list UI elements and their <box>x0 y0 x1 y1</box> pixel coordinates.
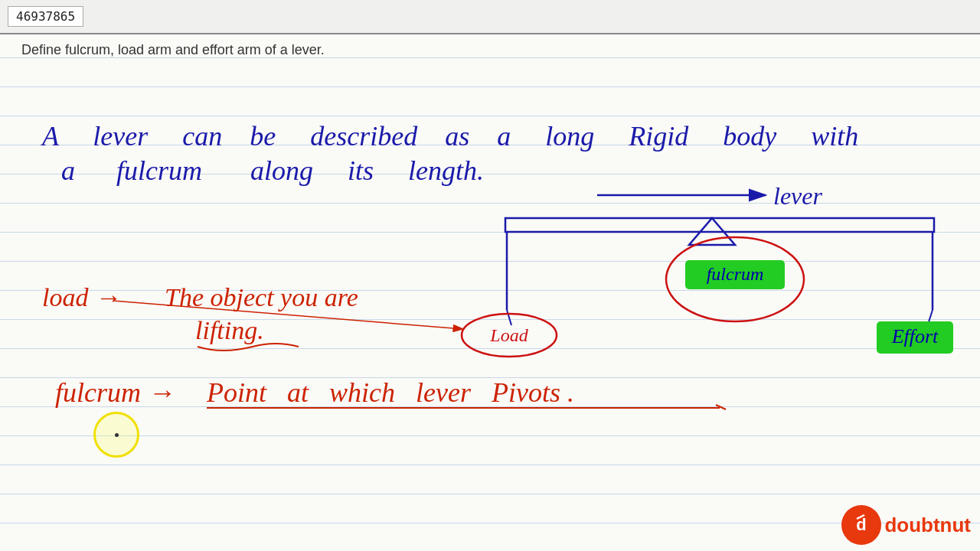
svg-text:Point   at   which   lever   P: Point at which lever Pivots . <box>206 377 574 408</box>
svg-rect-4 <box>505 218 934 232</box>
svg-text:fulcrum →: fulcrum → <box>55 377 175 408</box>
cursor-dot <box>115 433 119 437</box>
svg-text:fulcrum: fulcrum <box>707 264 764 284</box>
svg-text:lever: lever <box>773 182 823 210</box>
svg-line-6 <box>507 310 511 325</box>
doubtnut-text-label: doubtnut <box>884 514 971 537</box>
top-bar: 46937865 <box>0 0 980 34</box>
doubtnut-logo: d doubtnut <box>841 505 971 545</box>
svg-text:lifting.: lifting. <box>195 316 264 344</box>
svg-text:a      fulcrum       along    : a fulcrum along its length. <box>61 155 484 186</box>
svg-text:Effort: Effort <box>891 325 939 347</box>
question-id: 46937865 <box>8 6 83 27</box>
cursor-indicator <box>93 412 139 458</box>
svg-text:Load: Load <box>489 325 528 345</box>
content-area: A lever can be described as a long Rigid… <box>0 34 980 551</box>
svg-text:A     lever     can    be     : A lever can be described as a long Rigid… <box>41 121 858 152</box>
svg-text:load →: load → <box>42 283 121 311</box>
doubtnut-icon: d <box>841 505 881 545</box>
